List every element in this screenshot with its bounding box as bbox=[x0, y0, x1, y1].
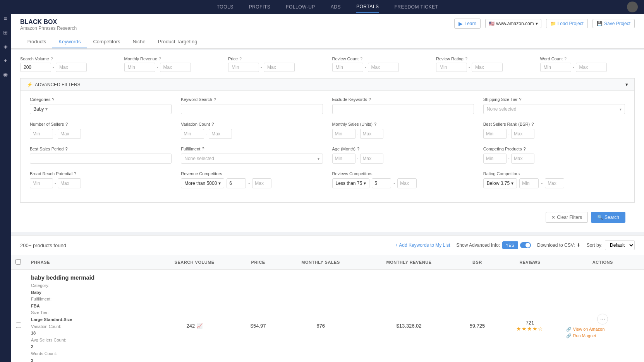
add-keywords-button[interactable]: + Add Keywords to My List bbox=[395, 242, 450, 248]
more-actions-button[interactable]: ··· bbox=[597, 314, 608, 324]
keyword-search-help-icon[interactable]: ? bbox=[214, 97, 216, 102]
fulfillment-select[interactable]: None selected ▾ bbox=[181, 154, 323, 164]
price-max-input[interactable] bbox=[264, 63, 295, 72]
best-sales-period-input[interactable] bbox=[30, 154, 172, 164]
monthly-sales-max-input[interactable] bbox=[360, 129, 383, 139]
broad-reach-min-input[interactable] bbox=[30, 178, 53, 188]
bsr-max-input[interactable] bbox=[511, 129, 534, 139]
sidebar-icon-3[interactable]: ◈ bbox=[3, 43, 8, 50]
number-of-sellers-help-icon[interactable]: ? bbox=[65, 122, 68, 126]
exclude-keywords-input[interactable] bbox=[332, 104, 474, 114]
competing-products-max-input[interactable] bbox=[511, 154, 534, 164]
reviews-competitors-select[interactable]: Less than 75 ▾ bbox=[332, 178, 370, 188]
save-project-button[interactable]: 💾 Save Project bbox=[592, 19, 635, 28]
bsr-help-icon[interactable]: ? bbox=[531, 122, 534, 126]
shipping-size-filter: Shipping Size Tier ? None selected ▾ bbox=[483, 97, 625, 114]
nav-freedom-ticket[interactable]: FREEDOM TICKET bbox=[394, 1, 438, 13]
age-help-icon[interactable]: ? bbox=[357, 147, 359, 151]
amazon-select[interactable]: 🇺🇸 www.amazon.com ▾ bbox=[485, 19, 541, 28]
number-of-sellers-min-input[interactable] bbox=[30, 129, 53, 139]
price-min-input[interactable] bbox=[228, 63, 259, 72]
competing-products-min-input[interactable] bbox=[483, 154, 507, 164]
review-count-max-input[interactable] bbox=[368, 63, 399, 72]
number-of-sellers-max-input[interactable] bbox=[58, 129, 81, 139]
rating-competitors-max-input[interactable] bbox=[545, 178, 564, 188]
monthly-sales-min-input[interactable] bbox=[332, 129, 355, 139]
nav-tools[interactable]: TOOLS bbox=[217, 1, 234, 13]
categories-help-icon[interactable]: ? bbox=[52, 97, 54, 102]
shipping-size-select[interactable]: None selected ▾ bbox=[483, 104, 625, 114]
monthly-revenue-max-input[interactable] bbox=[160, 63, 191, 72]
broad-reach-help-icon[interactable]: ? bbox=[74, 171, 76, 176]
sidebar-icon-5[interactable]: ◉ bbox=[3, 71, 8, 77]
download-csv-button[interactable]: Download to CSV: ⬇ bbox=[537, 242, 580, 248]
price-help-icon[interactable]: ? bbox=[239, 56, 242, 61]
row-checkbox[interactable] bbox=[16, 323, 21, 328]
sidebar-icon-1[interactable]: ≡ bbox=[4, 15, 7, 22]
review-count-help-icon[interactable]: ? bbox=[360, 56, 362, 61]
tab-products[interactable]: Products bbox=[20, 36, 52, 48]
keyword-search-filter: Keyword Search ? bbox=[181, 97, 323, 114]
fulfillment-help-icon[interactable]: ? bbox=[202, 147, 204, 151]
review-count-min-input[interactable] bbox=[332, 63, 363, 72]
search-button[interactable]: 🔍 Search bbox=[591, 212, 625, 223]
keyword-search-input[interactable] bbox=[181, 104, 323, 114]
tab-keywords[interactable]: Keywords bbox=[52, 36, 87, 48]
age-min-input[interactable] bbox=[332, 154, 355, 164]
load-project-button[interactable]: 📁 Load Project bbox=[546, 19, 588, 28]
revenue-competitors-min-input[interactable] bbox=[227, 178, 246, 188]
nav-profits[interactable]: PROFITS bbox=[249, 1, 271, 13]
review-rating-min-input[interactable] bbox=[436, 63, 467, 72]
broad-reach-max-input[interactable] bbox=[58, 178, 81, 188]
search-volume-max-input[interactable] bbox=[56, 63, 87, 72]
monthly-revenue-min-input[interactable] bbox=[124, 63, 155, 72]
age-max-input[interactable] bbox=[360, 154, 383, 164]
reviews-competitors-min-input[interactable] bbox=[372, 178, 391, 188]
revenue-competitors-max-input[interactable] bbox=[252, 178, 271, 188]
word-count-min-input[interactable] bbox=[540, 63, 571, 72]
view-on-amazon-link[interactable]: 🔗 View on Amazon bbox=[566, 327, 639, 332]
categories-select[interactable]: Baby ▾ bbox=[30, 104, 172, 114]
chart-icon[interactable]: 📈 bbox=[196, 323, 203, 329]
sidebar-icon-4[interactable]: ♦ bbox=[4, 57, 7, 63]
reviews-competitors-max-input[interactable] bbox=[397, 178, 417, 188]
run-magnet-link[interactable]: 🔗 Run Magnet bbox=[566, 333, 639, 338]
flag-icon: 🇺🇸 bbox=[489, 21, 495, 26]
best-sales-period-help-icon[interactable]: ? bbox=[65, 147, 67, 151]
nav-ads[interactable]: ADS bbox=[331, 1, 341, 13]
rating-competitors-select[interactable]: Below 3.75 ▾ bbox=[483, 178, 517, 188]
clear-filters-button[interactable]: ✕ Clear Filters bbox=[546, 212, 588, 223]
shipping-size-help-icon[interactable]: ? bbox=[519, 97, 521, 102]
word-count-max-input[interactable] bbox=[576, 63, 607, 72]
tab-product-targeting[interactable]: Product Targeting bbox=[152, 36, 204, 48]
play-icon: ▶ bbox=[459, 20, 463, 27]
bsr-min-input[interactable] bbox=[483, 129, 507, 139]
column-phrase: PHRASE bbox=[26, 255, 152, 270]
exclude-keywords-help-icon[interactable]: ? bbox=[369, 97, 371, 102]
review-rating-help-icon[interactable]: ? bbox=[465, 56, 467, 61]
advanced-info-toggle[interactable] bbox=[520, 242, 531, 248]
user-avatar[interactable] bbox=[627, 2, 638, 12]
fulfillment-chevron-icon: ▾ bbox=[318, 157, 319, 161]
nav-portals[interactable]: PORTALS bbox=[356, 1, 379, 13]
sidebar-icon-2[interactable]: ⊞ bbox=[3, 29, 8, 36]
monthly-sales-help-icon[interactable]: ? bbox=[374, 122, 376, 126]
rating-competitors-min-input[interactable] bbox=[519, 178, 539, 188]
nav-followup[interactable]: FOLLOW-UP bbox=[286, 1, 315, 13]
word-count-help-icon[interactable]: ? bbox=[564, 56, 567, 61]
tab-competitors[interactable]: Competitors bbox=[87, 36, 126, 48]
monthly-revenue-help-icon[interactable]: ? bbox=[159, 56, 161, 61]
review-rating-max-input[interactable] bbox=[472, 63, 503, 72]
variation-count-max-input[interactable] bbox=[209, 129, 232, 139]
select-all-checkbox[interactable] bbox=[15, 259, 21, 265]
sort-select[interactable]: Default bbox=[605, 240, 635, 250]
search-volume-min-input[interactable] bbox=[20, 63, 51, 72]
search-volume-help-icon[interactable]: ? bbox=[51, 56, 53, 61]
advanced-filters-header[interactable]: ⚡ ADVANCED FILTERS ▾ bbox=[20, 78, 635, 91]
competing-products-help-icon[interactable]: ? bbox=[523, 147, 526, 151]
revenue-competitors-select[interactable]: More than 5000 ▾ bbox=[181, 178, 224, 188]
tab-niche[interactable]: Niche bbox=[126, 36, 151, 48]
learn-button[interactable]: ▶ Learn bbox=[454, 19, 481, 29]
variation-count-help-icon[interactable]: ? bbox=[211, 122, 214, 126]
variation-count-min-input[interactable] bbox=[181, 129, 204, 139]
